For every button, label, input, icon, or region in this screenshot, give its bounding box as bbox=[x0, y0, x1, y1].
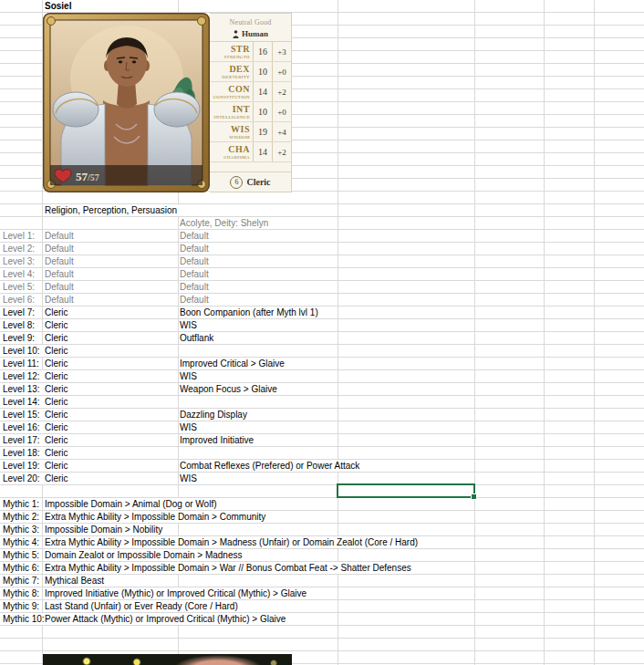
level-feat-cell[interactable]: Combat Reflexes (Prefered) or Power Atta… bbox=[180, 460, 362, 472]
level-class-cell[interactable]: Cleric bbox=[45, 383, 71, 395]
ability-label: INTINTELLIGENCE bbox=[210, 105, 253, 119]
mythic-label[interactable]: Mythic 3: bbox=[3, 524, 42, 535]
level-feat-cell[interactable]: Default bbox=[180, 294, 212, 306]
sheet-row: Level 1:DefaultDefault bbox=[0, 230, 644, 242]
mythic-value-cell[interactable]: Power Attack (Mythic) or Improved Critic… bbox=[45, 613, 288, 625]
level-feat-cell[interactable]: Default bbox=[180, 243, 212, 255]
mythic-value-cell[interactable]: Last Stand (Unfair) or Ever Ready (Core … bbox=[45, 600, 241, 612]
character-name-cell[interactable]: Sosiel bbox=[45, 0, 74, 12]
mythic-value-cell[interactable]: Extra Mythic Ability > Impossible Domain… bbox=[45, 511, 268, 523]
mythic-label[interactable]: Mythic 8: bbox=[3, 587, 42, 599]
mythic-label[interactable]: Mythic 1: bbox=[3, 498, 42, 510]
level-feat-cell[interactable]: Default bbox=[180, 230, 212, 242]
selected-cell[interactable] bbox=[337, 483, 475, 498]
level-label[interactable]: Level 9: bbox=[3, 332, 37, 344]
level-class-cell[interactable]: Default bbox=[45, 243, 77, 255]
mythic-label[interactable]: Mythic 7: bbox=[3, 575, 42, 587]
sheet-row: Mythic 7:Mythical Beast bbox=[0, 575, 644, 587]
ability-modifier: +0 bbox=[273, 108, 291, 117]
level-class-cell[interactable]: Default bbox=[45, 255, 77, 267]
selection-fill-handle[interactable] bbox=[471, 494, 477, 500]
mythic-label[interactable]: Mythic 2: bbox=[3, 511, 42, 523]
mythic-value-cell[interactable]: Domain Zealot or Impossible Domain > Mad… bbox=[45, 549, 244, 561]
level-class-cell[interactable]: Default bbox=[45, 230, 77, 242]
level-label[interactable]: Level 14: bbox=[3, 396, 43, 408]
level-feat-cell[interactable]: Default bbox=[180, 255, 212, 267]
mythic-label[interactable]: Mythic 10: bbox=[3, 613, 47, 625]
second-portrait-image[interactable] bbox=[43, 654, 292, 665]
level-feat-cell[interactable]: WIS bbox=[180, 370, 200, 382]
level-class-cell[interactable]: Default bbox=[45, 268, 77, 280]
level-feat-cell[interactable]: Outflank bbox=[180, 332, 216, 344]
level-label[interactable]: Level 2: bbox=[3, 243, 37, 255]
character-card-image[interactable]: 57/57 Neutral Good Human STRSTRENGTH16+3… bbox=[43, 13, 292, 192]
mythic-value-cell[interactable]: Mythical Beast bbox=[45, 575, 107, 587]
level-class-cell[interactable]: Cleric bbox=[45, 358, 71, 369]
skills-cell[interactable]: Religion, Perception, Persuasion bbox=[45, 204, 180, 216]
level-label[interactable]: Level 13: bbox=[3, 383, 43, 395]
level-feat-cell[interactable]: Improved Critical > Glaive bbox=[180, 358, 287, 369]
level-label[interactable]: Level 8: bbox=[3, 319, 37, 331]
level-label[interactable]: Level 18: bbox=[3, 447, 43, 459]
level-label[interactable]: Level 5: bbox=[3, 281, 37, 293]
sheet-row: Sosiel bbox=[0, 0, 644, 12]
mythic-value-cell[interactable]: Improved Initiative (Mythic) or Improved… bbox=[45, 587, 309, 599]
alignment-label: Neutral Good bbox=[210, 14, 291, 26]
level-label[interactable]: Level 11: bbox=[3, 358, 42, 369]
level-class-cell[interactable]: Cleric bbox=[45, 409, 71, 421]
ability-score: 10 bbox=[253, 102, 273, 121]
level-label[interactable]: Level 3: bbox=[3, 255, 37, 267]
level-class-cell[interactable]: Default bbox=[45, 294, 77, 306]
level-class-cell[interactable]: Cleric bbox=[45, 307, 71, 318]
level-class-cell[interactable]: Cleric bbox=[45, 345, 71, 357]
level-feat-cell[interactable]: Boon Companion (after Myth lvl 1) bbox=[180, 307, 321, 318]
level-label[interactable]: Level 15: bbox=[3, 409, 43, 421]
level-label[interactable]: Level 10: bbox=[3, 345, 43, 357]
level-label[interactable]: Level 12: bbox=[3, 370, 43, 382]
level-feat-cell[interactable]: WIS bbox=[180, 319, 200, 331]
level-label[interactable]: Level 4: bbox=[3, 268, 37, 280]
sheet-row: Level 5:DefaultDefault bbox=[0, 281, 644, 293]
sheet-row: Level 12:ClericWIS bbox=[0, 370, 644, 382]
level-label[interactable]: Level 19: bbox=[3, 460, 43, 472]
mythic-value-cell[interactable]: Impossible Domain > Animal (Dog or Wolf) bbox=[45, 498, 220, 510]
ability-label: CHACHARISMA bbox=[210, 145, 253, 160]
mythic-value-cell[interactable]: Impossible Domain > Nobility bbox=[45, 524, 165, 535]
level-feat-cell[interactable]: Default bbox=[180, 268, 212, 280]
mythic-label[interactable]: Mythic 6: bbox=[3, 562, 42, 574]
sheet-row: Mythic 2:Extra Mythic Ability > Impossib… bbox=[0, 511, 644, 523]
level-class-cell[interactable]: Cleric bbox=[45, 370, 71, 382]
level-class-cell[interactable]: Cleric bbox=[45, 460, 71, 472]
level-label[interactable]: Level 7: bbox=[3, 307, 37, 318]
level-label[interactable]: Level 6: bbox=[3, 294, 37, 306]
mythic-value-cell[interactable]: Extra Mythic Ability > Impossible Domain… bbox=[45, 562, 414, 574]
sheet-row: Level 3:DefaultDefault bbox=[0, 255, 644, 267]
level-feat-cell[interactable]: Improved Initiative bbox=[180, 434, 256, 446]
level-class-cell[interactable]: Cleric bbox=[45, 332, 71, 344]
background-cell[interactable]: Acolyte, Deity: Shelyn bbox=[180, 217, 271, 229]
mythic-label[interactable]: Mythic 5: bbox=[3, 549, 42, 561]
mythic-label[interactable]: Mythic 4: bbox=[3, 536, 42, 548]
level-class-cell[interactable]: Cleric bbox=[45, 421, 71, 433]
level-label[interactable]: Level 16: bbox=[3, 421, 43, 433]
mythic-label[interactable]: Mythic 9: bbox=[3, 600, 42, 612]
level-class-cell[interactable]: Cleric bbox=[45, 319, 71, 331]
ability-row: CHACHARISMA14+2 bbox=[210, 142, 291, 162]
level-class-cell[interactable]: Cleric bbox=[45, 447, 71, 459]
level-class-cell[interactable]: Cleric bbox=[45, 473, 71, 484]
sheet-row: Mythic 5:Domain Zealot or Impossible Dom… bbox=[0, 549, 644, 561]
race-row: Human bbox=[210, 29, 291, 38]
level-feat-cell[interactable]: WIS bbox=[180, 473, 200, 484]
level-class-cell[interactable]: Cleric bbox=[45, 396, 71, 408]
level-label[interactable]: Level 17: bbox=[3, 434, 43, 446]
level-label[interactable]: Level 1: bbox=[3, 230, 37, 242]
level-feat-cell[interactable]: Dazzling Display bbox=[180, 409, 250, 421]
level-feat-cell[interactable]: Weapon Focus > Glaive bbox=[180, 383, 280, 395]
level-class-cell[interactable]: Cleric bbox=[45, 434, 71, 446]
ability-table: STRSTRENGTH16+3DEXDEXTERITY10+0CONCONSTI… bbox=[210, 41, 291, 162]
level-class-cell[interactable]: Default bbox=[45, 281, 77, 293]
level-label[interactable]: Level 20: bbox=[3, 473, 43, 484]
mythic-value-cell[interactable]: Extra Mythic Ability > Impossible Domain… bbox=[45, 536, 421, 548]
level-feat-cell[interactable]: Default bbox=[180, 281, 212, 293]
level-feat-cell[interactable]: WIS bbox=[180, 421, 200, 433]
